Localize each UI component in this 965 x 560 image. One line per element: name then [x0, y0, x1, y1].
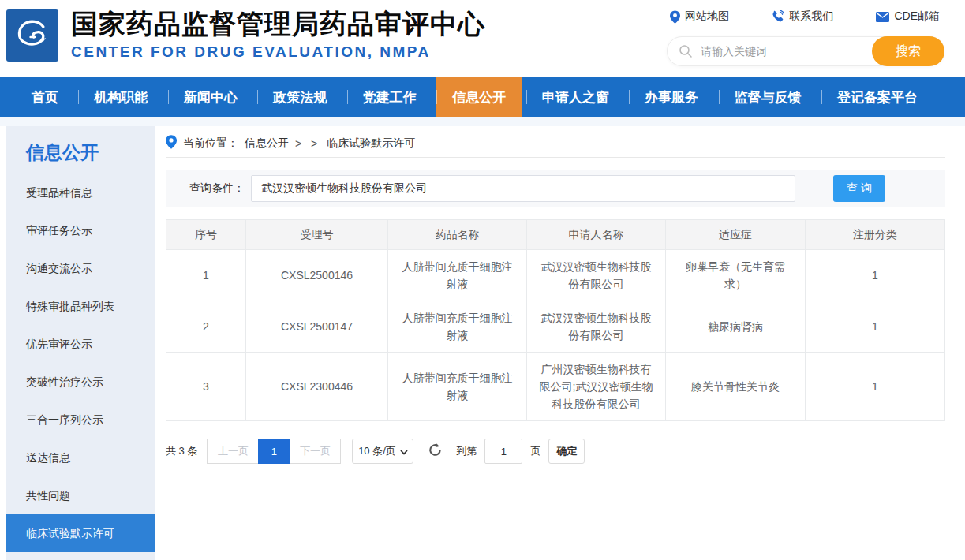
cell-applicant: 武汉汉密顿生物科技股份有限公司 [527, 250, 666, 301]
nav-home[interactable]: 首页 [16, 77, 74, 117]
goto-page-input[interactable] [484, 439, 522, 464]
nav-party-building[interactable]: 党建工作 [347, 77, 432, 117]
col-reg-class: 注册分类 [806, 220, 945, 250]
sidebar-item-delivery-info[interactable]: 送达信息 [6, 439, 155, 476]
nav-applicant-window[interactable]: 申请人之窗 [526, 77, 625, 117]
confirm-button[interactable]: 确定 [548, 439, 585, 464]
sidebar-item-three-in-one[interactable]: 三合一序列公示 [6, 401, 155, 439]
sidebar-item-communication[interactable]: 沟通交流公示 [6, 249, 155, 287]
header-search-button[interactable]: 搜索 [872, 36, 944, 66]
breadcrumb-pin-icon [166, 135, 177, 151]
sidebar-item-accepted-products[interactable]: 受理品种信息 [6, 174, 155, 211]
col-drug-name: 药品名称 [388, 220, 527, 250]
breadcrumb-separator: > > [295, 137, 320, 150]
refresh-icon [428, 442, 443, 460]
cell-applicant: 武汉汉密顿生物科技股份有限公司 [527, 301, 666, 353]
next-page-button[interactable]: 下一页 [289, 439, 341, 464]
quick-links: 网站地图 联系我们 CDE邮箱 [667, 8, 944, 24]
results-table: 序号 受理号 药品名称 申请人名称 适应症 注册分类 1 CXSL2500146… [166, 219, 945, 421]
nav-registration-platform[interactable]: 登记备案平台 [821, 77, 933, 117]
cell-indication: 糖尿病肾病 [666, 301, 806, 353]
cell-drug-name: 人脐带间充质干细胞注射液 [388, 353, 527, 421]
nav-policies[interactable]: 政策法规 [257, 77, 342, 117]
header-right: 网站地图 联系我们 CDE邮箱 搜索 [667, 8, 944, 66]
breadcrumb: 当前位置： 信息公开 > > 临床试验默示许可 [166, 133, 945, 158]
sidebar-item-clinical-trial-implied-license[interactable]: 临床试验默示许可 [6, 514, 155, 552]
brand-text: 国家药品监督管理局药品审评中心 CENTER FOR DRUG EVALUATI… [71, 6, 485, 61]
col-applicant: 申请人名称 [527, 220, 666, 250]
nav-info-disclosure[interactable]: 信息公开 [436, 77, 522, 117]
cell-acceptance-no: CXSL2500146 [246, 250, 388, 301]
chevron-down-icon [400, 446, 408, 457]
main-nav: 首页 机构职能 新闻中心 政策法规 党建工作 信息公开 申请人之窗 办事服务 监… [0, 77, 965, 117]
brand: 国家药品监督管理局药品审评中心 CENTER FOR DRUG EVALUATI… [6, 6, 485, 62]
cell-drug-name: 人脐带间充质干细胞注射液 [388, 301, 527, 353]
location-pin-icon [670, 10, 680, 24]
cell-seq: 1 [166, 250, 246, 301]
goto-unit: 页 [530, 444, 540, 458]
refresh-button[interactable] [428, 443, 443, 459]
query-input[interactable] [251, 175, 795, 202]
cell-drug-name: 人脐带间充质干细胞注射液 [388, 250, 527, 301]
link-cde-mail[interactable]: CDE邮箱 [876, 9, 940, 24]
link-contact-label: 联系我们 [789, 9, 833, 24]
cell-acceptance-no: CXSL2300446 [246, 353, 388, 421]
nav-supervision-feedback[interactable]: 监督与反馈 [719, 77, 817, 117]
cell-seq: 2 [166, 301, 246, 353]
nav-services[interactable]: 办事服务 [629, 77, 714, 117]
pagination: 共 3 条 上一页 1 下一页 10 条/页 到第 页 确定 [166, 439, 945, 464]
sidebar-item-priority-review[interactable]: 优先审评公示 [6, 325, 155, 363]
content-top-strip [0, 117, 965, 126]
main-panel: 当前位置： 信息公开 > > 临床试验默示许可 查询条件： 查 询 序号 受理号… [166, 126, 945, 560]
sidebar: 信息公开 受理品种信息 审评任务公示 沟通交流公示 特殊审批品种列表 优先审评公… [6, 126, 155, 560]
cde-logo[interactable] [6, 9, 58, 62]
sidebar-item-breakthrough-therapy[interactable]: 突破性治疗公示 [6, 363, 155, 401]
header-search: 搜索 [667, 36, 944, 66]
table-row: 1 CXSL2500146 人脐带间充质干细胞注射液 武汉汉密顿生物科技股份有限… [166, 250, 945, 301]
cde-logo-swirl-icon [11, 13, 54, 58]
col-seq: 序号 [166, 220, 246, 250]
col-acceptance-no: 受理号 [246, 220, 388, 250]
cell-reg-class: 1 [806, 301, 945, 353]
link-contact[interactable]: 联系我们 [772, 9, 833, 24]
cell-reg-class: 1 [806, 353, 945, 421]
query-label: 查询条件： [189, 181, 245, 196]
link-sitemap-label: 网站地图 [685, 9, 729, 24]
site-header: 国家药品监督管理局药品审评中心 CENTER FOR DRUG EVALUATI… [0, 0, 965, 77]
sidebar-item-special-approval[interactable]: 特殊审批品种列表 [6, 287, 155, 325]
mail-icon [876, 12, 889, 22]
sidebar-list: 受理品种信息 审评任务公示 沟通交流公示 特殊审批品种列表 优先审评公示 突破性… [6, 174, 155, 552]
page-1-button[interactable]: 1 [258, 439, 290, 464]
cell-seq: 3 [166, 353, 246, 421]
sidebar-item-common-issues[interactable]: 共性问题 [6, 476, 155, 514]
link-sitemap[interactable]: 网站地图 [670, 9, 729, 24]
cell-indication: 膝关节骨性关节炎 [666, 353, 806, 421]
site-subtitle: CENTER FOR DRUG EVALUATION, NMPA [71, 43, 485, 61]
query-button[interactable]: 查 询 [833, 175, 885, 202]
phone-icon [772, 10, 784, 23]
query-panel: 查询条件： 查 询 [166, 170, 945, 207]
nav-news[interactable]: 新闻中心 [168, 77, 253, 117]
sidebar-title: 信息公开 [26, 139, 155, 166]
link-cde-mail-label: CDE邮箱 [894, 9, 940, 24]
site-title: 国家药品监督管理局药品审评中心 [71, 6, 485, 41]
breadcrumb-prefix: 当前位置： [183, 136, 238, 151]
cell-applicant: 广州汉密顿生物科技有限公司;武汉汉密顿生物科技股份有限公司 [527, 353, 666, 421]
table-row: 2 CXSL2500147 人脐带间充质干细胞注射液 武汉汉密顿生物科技股份有限… [166, 301, 945, 353]
pagination-total: 共 3 条 [166, 444, 197, 458]
table-row: 3 CXSL2300446 人脐带间充质干细胞注射液 广州汉密顿生物科技有限公司… [166, 353, 945, 421]
page-size-select[interactable]: 10 条/页 [352, 439, 413, 464]
nav-organization[interactable]: 机构职能 [78, 77, 163, 117]
sidebar-item-review-tasks[interactable]: 审评任务公示 [6, 211, 155, 249]
breadcrumb-current: 临床试验默示许可 [327, 136, 415, 151]
search-icon [679, 44, 693, 62]
cell-acceptance-no: CXSL2500147 [246, 301, 388, 353]
content: 信息公开 受理品种信息 审评任务公示 沟通交流公示 特殊审批品种列表 优先审评公… [0, 126, 965, 560]
page-size-value: 10 条/页 [358, 444, 396, 458]
breadcrumb-section[interactable]: 信息公开 [245, 136, 289, 151]
cell-reg-class: 1 [806, 250, 945, 301]
prev-page-button[interactable]: 上一页 [207, 439, 259, 464]
cell-indication: 卵巢早衰（无生育需求） [666, 250, 806, 301]
table-header-row: 序号 受理号 药品名称 申请人名称 适应症 注册分类 [166, 220, 945, 250]
goto-label: 到第 [456, 444, 477, 458]
